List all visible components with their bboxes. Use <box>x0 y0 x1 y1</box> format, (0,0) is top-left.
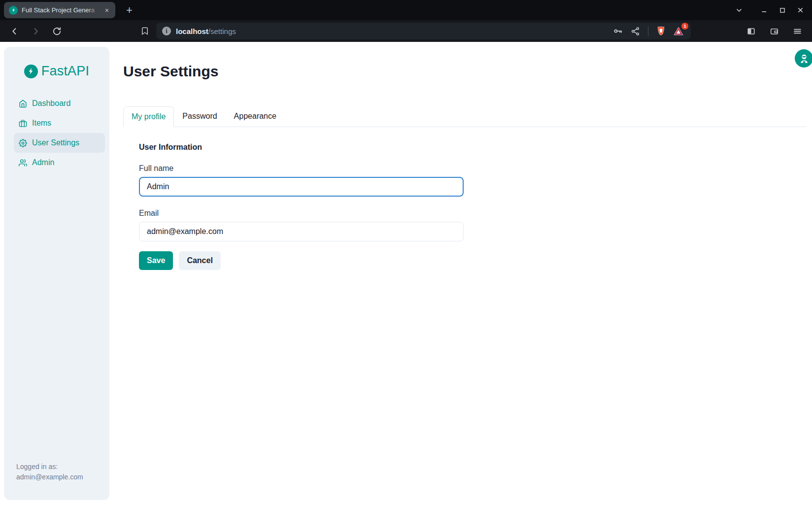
close-window-button[interactable] <box>797 6 804 14</box>
full-name-input[interactable] <box>139 177 464 197</box>
sidebar-spacer <box>4 172 109 462</box>
settings-tabs: My profile Password Appearance <box>123 106 807 127</box>
logged-in-email: admin@example.com <box>16 472 97 482</box>
email-input[interactable] <box>139 222 464 241</box>
url-text: localhost/settings <box>176 27 236 35</box>
wallet-icon[interactable] <box>767 24 782 39</box>
profile-panel: User Information Full name Email Save Ca… <box>123 127 807 270</box>
sidebar-item-user-settings[interactable]: User Settings <box>14 133 105 153</box>
page-title: User Settings <box>123 63 807 80</box>
section-title: User Information <box>139 143 807 152</box>
browser-tab[interactable]: Full Stack Project Genera × <box>4 2 115 18</box>
full-name-label: Full name <box>139 164 807 173</box>
email-label: Email <box>139 209 807 218</box>
tab-appearance[interactable]: Appearance <box>226 106 285 127</box>
maximize-button[interactable] <box>779 7 786 14</box>
sidebar-item-admin[interactable]: Admin <box>14 153 105 172</box>
back-button[interactable] <box>7 24 22 39</box>
brave-shield-icon[interactable] <box>655 25 667 38</box>
bookmark-icon[interactable] <box>137 24 152 38</box>
fastapi-favicon-icon <box>9 6 18 15</box>
app-page: FastAPI Dashboard Items User Settings Ad… <box>0 42 812 505</box>
sidebar-item-label: Admin <box>32 158 54 167</box>
tab-password[interactable]: Password <box>174 106 225 127</box>
forward-button[interactable] <box>28 24 43 39</box>
menu-hamburger-icon[interactable] <box>790 24 805 39</box>
fastapi-lightning-icon <box>24 65 38 78</box>
tab-close-icon[interactable]: × <box>102 5 111 15</box>
cancel-button[interactable]: Cancel <box>179 251 220 270</box>
home-icon <box>19 100 27 108</box>
password-key-icon[interactable] <box>611 25 624 37</box>
toolbar-right-icons <box>744 24 805 39</box>
urlbar-icons: 1 <box>611 25 685 38</box>
briefcase-icon <box>19 119 27 128</box>
tab-strip: Full Stack Project Genera × + <box>0 0 812 20</box>
browser-toolbar: i localhost/settings <box>0 20 812 42</box>
tab-search-chevron-icon[interactable] <box>735 6 743 14</box>
side-panel-icon[interactable] <box>744 24 759 39</box>
sidebar: FastAPI Dashboard Items User Settings Ad… <box>4 47 109 500</box>
main-content: User Settings My profile Password Appear… <box>123 42 807 270</box>
browser-chrome: Full Stack Project Genera × + <box>0 0 812 42</box>
window-controls <box>735 6 812 14</box>
save-button[interactable]: Save <box>139 251 173 270</box>
logged-in-label: Logged in as: <box>16 462 97 472</box>
sidebar-item-label: Items <box>32 119 51 128</box>
tab-my-profile[interactable]: My profile <box>123 106 174 127</box>
reload-button[interactable] <box>49 24 65 39</box>
fastapi-logo: FastAPI <box>4 64 109 79</box>
minimize-button[interactable] <box>761 6 768 14</box>
url-host: localhost <box>176 27 208 35</box>
sidebar-item-dashboard[interactable]: Dashboard <box>14 94 105 113</box>
new-tab-button[interactable]: + <box>122 4 136 17</box>
sidebar-item-label: Dashboard <box>32 99 70 108</box>
brave-rewards-icon[interactable]: 1 <box>672 25 685 37</box>
tab-title: Full Stack Project Genera <box>22 6 99 14</box>
users-icon <box>19 159 27 167</box>
rewards-badge: 1 <box>681 23 688 30</box>
urlbar-divider <box>648 26 648 36</box>
logged-in-status: Logged in as: admin@example.com <box>4 462 109 500</box>
url-path: /settings <box>208 27 236 35</box>
share-icon[interactable] <box>629 25 642 37</box>
sidebar-nav: Dashboard Items User Settings Admin <box>4 94 109 172</box>
url-bar[interactable]: i localhost/settings <box>156 23 691 39</box>
fastapi-logo-text: FastAPI <box>41 64 89 79</box>
form-actions: Save Cancel <box>139 251 807 270</box>
sidebar-item-label: User Settings <box>32 138 79 147</box>
gear-icon <box>19 139 27 147</box>
site-info-icon[interactable]: i <box>162 27 171 35</box>
sidebar-item-items[interactable]: Items <box>14 113 105 133</box>
